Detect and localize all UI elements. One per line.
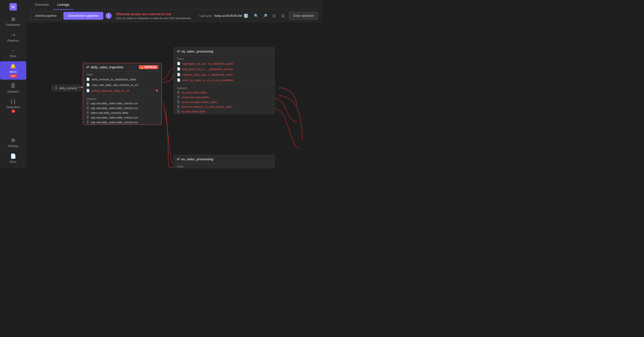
- task-item[interactable]: 📄load_prior_day_n... _databricks_bronze: [174, 66, 274, 72]
- list-icon[interactable]: ☰: [279, 12, 287, 20]
- datasets-icon: 🗄: [11, 83, 16, 89]
- info-icon[interactable]: ℹ️: [244, 14, 248, 18]
- affected-sub: Click on tasks or datasets in order to s…: [116, 17, 197, 20]
- pipeline-name-na: na_sales_processing: [181, 50, 213, 53]
- tasks-label-eu: Tasks: [174, 164, 274, 168]
- sidebar-item-runs[interactable]: ··· Runs: [0, 46, 26, 60]
- dataset-item[interactable]: 🗄na.gold.sales.delta: [174, 109, 274, 114]
- dataset-item[interactable]: 🗄sap.raw.daily_sales.daily_extract.csv: [83, 115, 161, 120]
- sidebar-item-alerts[interactable]: 🔔 Alerts 999+: [0, 61, 26, 80]
- pipe-icon-na: ⇄: [177, 49, 180, 53]
- canvas: 🗄 daily_extracts ⇄ daily_sales_ingestion…: [26, 22, 322, 168]
- app-logo: ⊞: [9, 3, 17, 11]
- docs-icon: 📄: [10, 153, 16, 159]
- main-content: Overview Lineage Alerted pipeline Downst…: [26, 0, 322, 168]
- pipeline-card-na-sales-processing[interactable]: ⇄ na_sales_processing Tasks 📄aggregate_n…: [173, 47, 275, 114]
- pipe-icon: ⇄: [86, 65, 89, 69]
- sidebar-item-datasets[interactable]: 🗄 Datasets: [0, 81, 26, 95]
- critical-badge: 🔥 CRITICAL: [139, 65, 158, 69]
- card-header-main: ⇄ daily_sales_ingestion 🔥 CRITICAL: [83, 63, 161, 72]
- sync-time: Today at 05:00:00 AM: [214, 14, 242, 17]
- settings-icon: ⚙: [11, 137, 15, 143]
- tasks-label-main: Tasks: [83, 72, 161, 76]
- dataset-label: daily_extracts: [59, 86, 77, 90]
- sidebar-item-docs[interactable]: 📄 Docs: [0, 151, 26, 165]
- divider: [83, 95, 161, 95]
- alerts-badge: 999+: [10, 74, 17, 78]
- affected-title: Affected assets are colored in red: [116, 12, 197, 16]
- fit-icon[interactable]: ⊡: [270, 12, 278, 20]
- task-item[interactable]: 📄cleanse_prior_day...o_databricks_silver: [174, 72, 274, 77]
- dataset-item[interactable]: 🗄sap.raw.daily_sales.daily_extract.csv: [83, 101, 161, 106]
- dataset-item[interactable]: 🗄sap.raw.daily_sales.daily_extract.csv: [83, 120, 161, 125]
- runs-icon: ···: [11, 48, 15, 53]
- card-header-na: ⇄ na_sales_processing: [174, 47, 274, 56]
- sidebar-item-settings[interactable]: ⚙ Settings: [0, 135, 26, 150]
- tasks-label-na: Tasks: [174, 56, 274, 61]
- pipeline-name-eu: eu_sales_processing: [181, 157, 213, 161]
- sync-info: Last sync: Today at 05:00:00 AM ℹ️: [200, 14, 248, 18]
- task-item[interactable]: 📄write_na_sales_a...es_to_na_snowflake: [174, 77, 274, 83]
- downstream-pipelines-button[interactable]: Downstream pipelines: [63, 12, 103, 20]
- datasets-label-main: Datasets: [83, 96, 161, 101]
- tab-bar: Overview Lineage: [26, 0, 322, 10]
- dataset-item[interactable]: 🗄acme-na.sales.br...k_and_mortar_sales: [174, 104, 274, 109]
- dataset-item[interactable]: 🗄sap.raw.daily_sales.daily_extract.csv: [83, 106, 161, 110]
- dataset-item[interactable]: 🗄na.bronze.sales.delta: [174, 95, 274, 100]
- search-icon[interactable]: 🔍: [252, 12, 260, 20]
- task-item[interactable]: 📄aggregate_na_sal... to_databricks_gold: [174, 61, 274, 66]
- dashboard-icon: ⊞: [11, 16, 15, 22]
- sidebar-item-integration[interactable]: { } Integration 2: [0, 97, 26, 115]
- clear-selection-button[interactable]: Clear selection: [289, 12, 318, 20]
- task-item[interactable]: 📄 write_extracts_to_databricks_delta: [83, 76, 161, 82]
- card-header-eu: ⇄ eu_sales_processing: [174, 155, 274, 164]
- arrow-svg: [78, 85, 83, 90]
- zoom-out-icon[interactable]: 🔎: [261, 12, 269, 20]
- pipe-icon-eu: ⇄: [177, 157, 180, 161]
- integration-icon: { }: [11, 99, 15, 104]
- tab-overview[interactable]: Overview: [30, 0, 53, 10]
- sidebar: ⊞ ⊞ Dashboard ⇢ Pipelines ··· Runs 🔔 Ale…: [0, 0, 26, 168]
- datasets-label-na: Datasets: [174, 85, 274, 90]
- alerts-icon: 🔔: [10, 63, 16, 69]
- tab-lineage[interactable]: Lineage: [53, 0, 74, 10]
- dataset-item[interactable]: 🗄na.silver.sales.delta: [174, 90, 274, 95]
- dataset-node-daily-extracts[interactable]: 🗄 daily_extracts: [51, 85, 80, 91]
- pipelines-icon: ⇢: [11, 32, 15, 38]
- integration-badge: 2: [12, 110, 15, 113]
- sidebar-item-dashboard[interactable]: ⊞ Dashboard: [0, 14, 26, 28]
- dataset-item[interactable]: 🗄sales.raw.daily_extracts.delta: [83, 110, 161, 115]
- task-item-error[interactable]: 📄 extract_regional_sales_to_s3 ✖: [83, 88, 161, 94]
- dataset-icon: 🗄: [55, 86, 58, 90]
- pipeline-name-main: daily_sales_ingestion: [91, 65, 123, 69]
- step-badge: 1: [105, 13, 112, 19]
- task-item[interactable]: 📄 copy_raw_daily_sap_extracts_to_s3: [83, 82, 161, 88]
- affected-message: Affected assets are colored in red Click…: [116, 12, 197, 20]
- error-icon: ✖: [155, 89, 158, 93]
- pipeline-card-eu-sales-processing[interactable]: ⇄ eu_sales_processing Tasks 📄cleanse_pri…: [173, 155, 275, 168]
- sidebar-item-pipelines[interactable]: ⇢ Pipelines: [0, 30, 26, 44]
- dataset-item[interactable]: 🗄acme-na.sales.online_sales: [174, 100, 274, 104]
- toolbar-icons: 🔍 🔎 ⊡ ☰: [252, 12, 287, 20]
- alerted-pipeline-button[interactable]: Alerted pipeline: [30, 12, 61, 20]
- toolbar: Alerted pipeline Downstream pipelines 1 …: [26, 10, 322, 22]
- divider-na: [174, 84, 274, 84]
- pipeline-card-daily-sales-ingestion[interactable]: ⇄ daily_sales_ingestion 🔥 CRITICAL Tasks…: [83, 63, 162, 125]
